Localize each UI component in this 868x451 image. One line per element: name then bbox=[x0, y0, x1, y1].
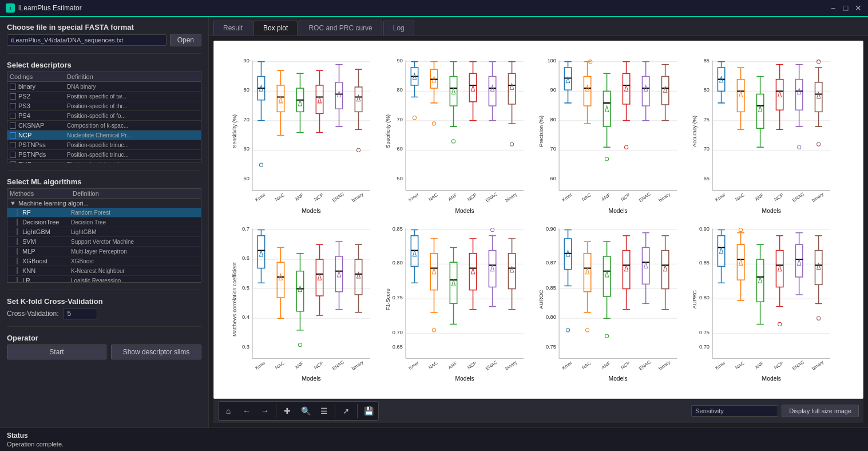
open-file-button[interactable]: Open bbox=[170, 34, 201, 46]
svg-text:ENAC: ENAC bbox=[331, 192, 345, 204]
svg-text:binary: binary bbox=[351, 191, 364, 203]
toolbar-sep-2 bbox=[335, 404, 335, 418]
svg-text:NAC: NAC bbox=[427, 361, 438, 370]
svg-point-224 bbox=[817, 143, 821, 146]
svg-rect-271 bbox=[335, 256, 342, 292]
ml-section-title: Select ML algorithms bbox=[7, 177, 201, 186]
svg-text:Models: Models bbox=[609, 375, 628, 382]
checkbox-binary[interactable] bbox=[10, 84, 16, 90]
toolbar-home-button[interactable]: ⌂ bbox=[220, 403, 237, 419]
svg-text:Models: Models bbox=[762, 375, 781, 382]
toolbar-zoom-button[interactable]: 🔍 bbox=[297, 403, 314, 419]
ml-row-knn[interactable]: KNN K-Nearest Neighbour bbox=[7, 266, 201, 276]
svg-rect-423 bbox=[737, 244, 744, 280]
titlebar-controls: − □ ✕ bbox=[829, 4, 862, 12]
checkbox-ncp[interactable] bbox=[10, 132, 16, 139]
chart-metric-input[interactable] bbox=[691, 405, 778, 417]
svg-text:Models: Models bbox=[455, 208, 474, 214]
svg-text:ANF: ANF bbox=[601, 192, 612, 202]
svg-text:80: 80 bbox=[704, 87, 710, 93]
svg-point-312 bbox=[432, 329, 435, 332]
toolbar-sep-1 bbox=[276, 404, 276, 418]
col-methods-header: Methods bbox=[10, 190, 73, 197]
toolbar-settings-button[interactable]: ☰ bbox=[315, 403, 332, 419]
list-item[interactable]: PS4 Position-specific of fo... bbox=[7, 111, 201, 121]
svg-text:0.75: 0.75 bbox=[546, 344, 556, 350]
svg-point-147 bbox=[605, 157, 608, 161]
checkbox-flip[interactable] bbox=[10, 161, 16, 164]
svg-rect-436 bbox=[776, 251, 783, 287]
svg-text:ANF: ANF bbox=[294, 361, 305, 370]
checkbox-pstnpds[interactable] bbox=[10, 152, 16, 158]
start-button[interactable]: Start bbox=[7, 345, 106, 359]
list-item-selected[interactable]: NCP Nucleotide Chemical Pr... bbox=[7, 130, 201, 140]
descriptors-list-header: Codings Definition bbox=[7, 72, 201, 82]
tab-roc[interactable]: ROC and PRC curve bbox=[299, 21, 382, 35]
list-item[interactable]: PS3 Position-specific of thr... bbox=[7, 101, 201, 111]
checkbox-cksnap[interactable] bbox=[10, 122, 16, 129]
svg-rect-92 bbox=[469, 73, 476, 101]
checkbox-pstnpss[interactable] bbox=[10, 142, 16, 148]
maximize-button[interactable]: □ bbox=[842, 4, 850, 12]
tab-result[interactable]: Result bbox=[213, 21, 252, 35]
minimize-button[interactable]: − bbox=[829, 4, 837, 12]
ml-row-xgb[interactable]: XGBoost XGBoost bbox=[7, 256, 201, 266]
svg-text:60: 60 bbox=[244, 146, 249, 152]
ml-row-dt[interactable]: DecisionTree Decision Tree bbox=[7, 217, 201, 227]
file-section-title: Choose file in special FASTA format bbox=[7, 23, 201, 31]
ml-row-mlp[interactable]: MLP Multi-layer Perceptron bbox=[7, 247, 201, 256]
checkbox-ps4[interactable] bbox=[10, 113, 16, 119]
svg-text:binary: binary bbox=[811, 191, 825, 203]
list-item[interactable]: PS2 Position-specific of tw... bbox=[7, 92, 201, 101]
svg-text:0.4: 0.4 bbox=[242, 314, 249, 320]
close-button[interactable]: ✕ bbox=[854, 4, 862, 12]
col-codings-header: Codings bbox=[10, 73, 67, 80]
checkbox-ps3[interactable] bbox=[10, 103, 16, 109]
svg-text:binary: binary bbox=[504, 191, 518, 203]
svg-point-89 bbox=[451, 140, 455, 143]
svg-text:100: 100 bbox=[547, 58, 556, 64]
svg-text:ANF: ANF bbox=[294, 192, 305, 202]
operator-buttons: Start Show descriptor slims bbox=[7, 345, 201, 359]
show-descriptor-button[interactable]: Show descriptor slims bbox=[111, 345, 201, 359]
svg-text:0.90: 0.90 bbox=[699, 226, 710, 232]
svg-text:0.70: 0.70 bbox=[699, 344, 710, 350]
ml-row-rf[interactable]: RF Random Forest bbox=[7, 208, 201, 217]
descriptors-list: Codings Definition binary DNA binary PS2… bbox=[7, 72, 201, 163]
list-item[interactable]: PSTNPss Position-specific trinuc... bbox=[7, 140, 201, 150]
ml-row-lgbm[interactable]: LightGBM LightGBM bbox=[7, 227, 201, 237]
toolbar-move-button[interactable]: ✚ bbox=[279, 403, 296, 419]
list-item[interactable]: CKSNAP Composition of k-spac... bbox=[7, 121, 201, 130]
svg-rect-366 bbox=[584, 254, 590, 292]
file-path-input[interactable] bbox=[7, 34, 167, 46]
list-item[interactable]: binary DNA binary bbox=[7, 82, 201, 92]
tab-boxplot[interactable]: Box plot bbox=[253, 21, 298, 35]
svg-text:NAC: NAC bbox=[581, 192, 592, 202]
kfold-section-title: Set K-fold Cross-Validation bbox=[7, 297, 201, 306]
display-fullsize-button[interactable]: Display full size image bbox=[782, 405, 859, 417]
cv-input[interactable] bbox=[63, 308, 97, 319]
svg-text:ANF: ANF bbox=[601, 361, 612, 370]
svg-text:90: 90 bbox=[397, 58, 403, 64]
svg-text:0.85: 0.85 bbox=[546, 285, 556, 291]
svg-text:0.85: 0.85 bbox=[393, 226, 403, 232]
svg-point-440 bbox=[778, 322, 782, 326]
tab-log[interactable]: Log bbox=[383, 21, 414, 35]
checkbox-ps2[interactable] bbox=[10, 93, 16, 100]
ml-row-lr[interactable]: LR Loaistic Rearession bbox=[7, 276, 201, 283]
titlebar-left: i iLearnPlus Estimator bbox=[6, 3, 82, 13]
list-item[interactable]: FLIP Electron-ion interaction... bbox=[7, 160, 201, 163]
toolbar-forward-button[interactable]: → bbox=[256, 403, 274, 419]
list-item[interactable]: PSTNPds Position-specific trinuc... bbox=[7, 150, 201, 160]
ml-group: ▼ Machine learning algori... bbox=[7, 199, 201, 208]
ml-row-svm[interactable]: SVM Support Verctor Machine bbox=[7, 237, 201, 247]
toolbar-chart-button[interactable]: ➚ bbox=[338, 403, 355, 419]
svg-text:0.3: 0.3 bbox=[242, 344, 249, 350]
svg-rect-246 bbox=[257, 236, 264, 268]
svg-rect-327 bbox=[489, 251, 496, 287]
toolbar-save-button[interactable]: 💾 bbox=[360, 403, 377, 419]
ml-section: Select ML algorithms Methods Definition … bbox=[7, 177, 201, 283]
svg-text:NAC: NAC bbox=[734, 192, 745, 202]
kfold-section: Set K-fold Cross-Validation Cross-Valida… bbox=[7, 297, 201, 319]
toolbar-back-button[interactable]: ← bbox=[238, 403, 255, 419]
